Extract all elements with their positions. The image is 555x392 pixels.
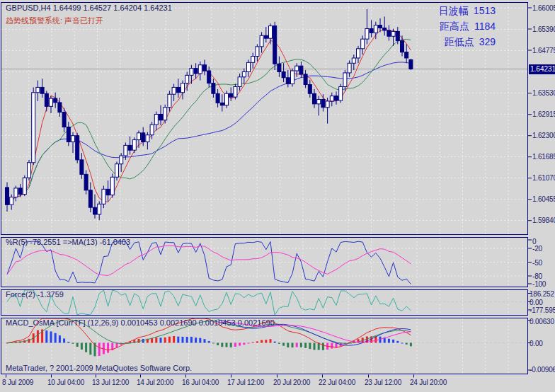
price-axis-label: 1.65390 xyxy=(532,25,555,33)
stat-label: 距高点 xyxy=(440,21,469,32)
stat-dist-low: 距低点329 xyxy=(326,34,496,50)
chart-window: GBPUSD,H4 1.64499 1.64527 1.64204 1.6423… xyxy=(0,0,555,392)
daily-stats: 日波幅1513 距高点1184 距低点329 xyxy=(326,3,496,50)
time-axis-label: 20 Jul 20:00 xyxy=(273,379,310,386)
symbol-ohlc-line: GBPUSD,H4 1.64499 1.64527 1.64204 1.6423… xyxy=(6,4,172,12)
macd-axis-label: -0.00906 xyxy=(530,366,555,374)
time-axis-label: 22 Jul 04:00 xyxy=(319,379,355,386)
current-price-box: 1.64231 xyxy=(529,64,555,74)
time-axis-label: 8 Jul 2009 xyxy=(2,379,33,386)
macd-indicator-label: MACD_OsMA [CurrTF] (12,26,9) 0.0010453 0… xyxy=(6,318,275,327)
force-axis-label: 186.252 xyxy=(530,290,554,298)
time-axis-label: 23 Jul 12:00 xyxy=(365,379,401,386)
stat-label: 距低点 xyxy=(445,36,474,47)
price-axis-label: 1.66005 xyxy=(532,4,555,12)
price-axis-label: 1.62300 xyxy=(532,132,555,139)
copyright-text: MetaTrader, ? 2001-2009 MetaQuotes Softw… xyxy=(6,364,192,372)
time-axis-label: 17 Jul 12:00 xyxy=(227,379,264,386)
time-axis-label: 16 Jul 04:00 xyxy=(182,379,219,386)
force-axis-label: -177.595 xyxy=(530,306,555,314)
time-axis-label: 13 Jul 12:00 xyxy=(92,379,129,386)
wpr-axis-label: -20 xyxy=(532,245,542,253)
chart-canvas[interactable] xyxy=(0,0,555,392)
time-axis-label: 10 Jul 04:00 xyxy=(47,379,84,386)
macd-axis-label: 0.00630 xyxy=(530,318,554,325)
price-axis-label: 1.60455 xyxy=(532,195,555,203)
wpr-axis-label: -50 xyxy=(532,259,542,267)
trendline-alert-text: 趋势线预警系统: 声音已打开 xyxy=(6,16,103,26)
price-axis-label: 1.61685 xyxy=(532,153,555,161)
force-axis-label: 0.00 xyxy=(530,299,543,306)
stat-value: 329 xyxy=(479,36,496,47)
price-axis-label: 1.61070 xyxy=(532,174,555,182)
time-axis-label: 14 Jul 20:00 xyxy=(137,379,173,386)
price-axis-label: 1.59840 xyxy=(532,217,555,224)
wpr-axis-label: -100 xyxy=(532,280,546,288)
stat-value: 1513 xyxy=(474,5,496,16)
wpr-indicator-label: %R(5) -78.2551 =>MA(13) -61.0403 xyxy=(6,238,130,246)
price-axis-label: 1.64775 xyxy=(532,47,555,54)
price-axis-label: 1.62915 xyxy=(532,110,555,118)
macd-axis-label: 0.00 xyxy=(530,340,543,347)
price-axis-label: 1.63530 xyxy=(532,89,555,97)
wpr-axis-label: -80 xyxy=(532,272,542,280)
stat-dist-high: 距高点1184 xyxy=(326,18,496,34)
force-indicator-label: Force(2) -1.3759 xyxy=(6,290,64,299)
stat-label: 日波幅 xyxy=(439,5,469,16)
stat-value: 1184 xyxy=(474,21,496,32)
stat-daily-range: 日波幅1513 xyxy=(326,3,496,18)
time-axis-label: 24 Jul 20:00 xyxy=(410,379,447,386)
